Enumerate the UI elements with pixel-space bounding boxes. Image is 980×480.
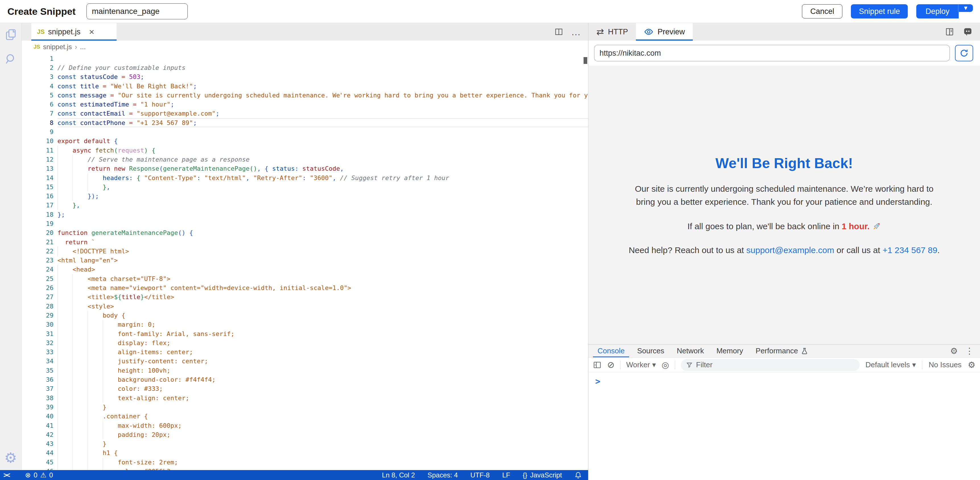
tab-preview[interactable]: Preview <box>636 23 693 41</box>
code-line-36[interactable]: 36 background-color: #f4f4f4; <box>22 375 588 384</box>
code-line-27[interactable]: 27 <title>${title}</title> <box>22 293 588 302</box>
code-line-24[interactable]: 24 <head> <box>22 265 588 274</box>
code-line-17[interactable]: 17 }, <box>22 201 588 210</box>
code-line-38[interactable]: 38 text-align: center; <box>22 393 588 402</box>
encoding-setting[interactable]: UTF-8 <box>470 471 490 479</box>
refresh-button[interactable] <box>955 45 973 61</box>
code-line-45[interactable]: 45 font-size: 2rem; <box>22 458 588 467</box>
problems-indicator[interactable]: ⊗ 0 ⚠ 0 <box>25 471 53 479</box>
code-line-3[interactable]: 3const statusCode = 503; <box>22 73 588 81</box>
devtools-settings-gear-icon[interactable]: ⚙ <box>950 347 958 355</box>
rocket-icon <box>872 222 881 231</box>
deploy-dropdown-button[interactable]: ▼ <box>958 4 973 12</box>
code-line-39[interactable]: 39 } <box>22 402 588 412</box>
devtools-tab-sources[interactable]: Sources <box>631 345 670 357</box>
code-line-22[interactable]: 22 <!DOCTYPE html> <box>22 247 588 256</box>
editor-statusbar: >< ⊗ 0 ⚠ 0 Ln 8, Col 2 Spaces: 4 UTF-8 L… <box>0 470 588 480</box>
devtools-tab-console[interactable]: Console <box>591 345 631 357</box>
line-number: 1 <box>22 55 54 62</box>
console-prompt[interactable]: > <box>595 376 600 386</box>
issues-counter[interactable]: No Issues <box>929 360 961 369</box>
notifications-bell-icon[interactable] <box>574 472 582 479</box>
code-line-1[interactable]: 1 <box>22 54 588 63</box>
statusbar-right: Ln 8, Col 2 Spaces: 4 UTF-8 LF {} JavaSc… <box>382 471 588 479</box>
code-line-41[interactable]: 41 max-width: 600px; <box>22 421 588 430</box>
log-levels-dropdown[interactable]: Default levels ▾ <box>865 360 916 369</box>
code-line-9[interactable]: 9 <box>22 127 588 136</box>
code-line-29[interactable]: 29 body { <box>22 311 588 320</box>
code-line-19[interactable]: 19 <box>22 219 588 228</box>
code-line-16[interactable]: 16 }); <box>22 192 588 201</box>
clear-console-icon[interactable]: ⊘ <box>607 360 614 369</box>
phone-link[interactable]: +1 234 567 89 <box>883 246 937 255</box>
indentation-setting[interactable]: Spaces: 4 <box>428 471 458 479</box>
console-sidebar-toggle-icon[interactable] <box>593 361 601 369</box>
code-line-18[interactable]: 18}; <box>22 210 588 219</box>
docs-book-icon[interactable] <box>945 27 955 36</box>
line-number: 38 <box>22 394 54 402</box>
live-expression-eye-icon[interactable]: ◎ <box>662 361 669 369</box>
breadcrumb-more[interactable]: ... <box>80 43 86 51</box>
close-tab-icon[interactable]: × <box>89 27 94 36</box>
devtools-tab-memory[interactable]: Memory <box>710 345 749 357</box>
console-output[interactable]: > <box>589 372 980 480</box>
code-line-25[interactable]: 25 <meta charset="UTF-8"> <box>22 274 588 283</box>
language-mode[interactable]: {} JavaScript <box>523 471 562 479</box>
code-line-14[interactable]: 14 headers: { "Content-Type": "text/html… <box>22 173 588 182</box>
code-line-21[interactable]: 21 return ` <box>22 238 588 247</box>
code-line-31[interactable]: 31 font-family: Arial, sans-serif; <box>22 329 588 338</box>
code-line-4[interactable]: 4const title = "We'll Be Right Back!"; <box>22 81 588 90</box>
split-editor-icon[interactable] <box>555 27 563 36</box>
kebab-menu-icon[interactable]: ⋮ <box>965 347 974 355</box>
activity-bar: ⚙ <box>0 23 22 470</box>
code-line-15[interactable]: 15 }, <box>22 182 588 192</box>
code-line-30[interactable]: 30 margin: 0; <box>22 320 588 329</box>
code-line-11[interactable]: 11 async fetch(request) { <box>22 146 588 155</box>
discord-icon[interactable] <box>963 27 973 36</box>
code-line-12[interactable]: 12 // Serve the maintenance page as a re… <box>22 155 588 164</box>
snippet-name-input[interactable] <box>86 3 188 19</box>
support-email-link[interactable]: support@example.com <box>746 246 834 255</box>
code-line-6[interactable]: 6const estimatedTime = "1 hour"; <box>22 100 588 109</box>
code-line-28[interactable]: 28 <style> <box>22 302 588 311</box>
code-line-5[interactable]: 5const message = "Our site is currently … <box>22 90 588 100</box>
search-icon[interactable] <box>4 52 18 66</box>
eol-setting[interactable]: LF <box>502 471 510 479</box>
code-line-10[interactable]: 10export default { <box>22 136 588 146</box>
remote-indicator-icon[interactable]: >< <box>0 471 14 479</box>
files-icon[interactable] <box>4 28 18 41</box>
code-line-40[interactable]: 40 .container { <box>22 412 588 421</box>
more-actions-icon[interactable]: … <box>571 27 581 38</box>
cancel-button[interactable]: Cancel <box>802 4 842 19</box>
tab-http[interactable]: ⇄ HTTP <box>589 23 636 41</box>
devtools-tab-network[interactable]: Network <box>671 345 710 357</box>
devtools-tab-performance[interactable]: Performance <box>749 345 815 357</box>
code-line-26[interactable]: 26 <meta name="viewport" content="width=… <box>22 283 588 292</box>
code-line-33[interactable]: 33 align-items: center; <box>22 348 588 357</box>
code-line-13[interactable]: 13 return new Response(generateMaintenan… <box>22 164 588 173</box>
console-filter-input[interactable]: Filter <box>681 359 860 371</box>
cursor-position[interactable]: Ln 8, Col 2 <box>382 471 415 479</box>
code-line-37[interactable]: 37 color: #333; <box>22 384 588 393</box>
preview-url-input[interactable] <box>594 45 950 61</box>
code-line-7[interactable]: 7const contactEmail = "support@example.c… <box>22 109 588 118</box>
code-line-43[interactable]: 43 } <box>22 439 588 448</box>
code-editor[interactable]: 12// Define your customizable inputs3con… <box>22 53 588 470</box>
breadcrumb[interactable]: JS snippet.js › ... <box>22 41 588 53</box>
execution-context-dropdown[interactable]: Worker ▾ <box>626 360 656 369</box>
tab-snippet-js[interactable]: JS snippet.js × <box>31 23 116 41</box>
code-line-23[interactable]: 23<html lang="en"> <box>22 256 588 265</box>
snippet-rule-button[interactable]: Snippet rule <box>851 4 908 19</box>
code-line-46[interactable]: 46 color: #0056b3; <box>22 467 588 470</box>
code-line-20[interactable]: 20function generateMaintenancePage() { <box>22 228 588 238</box>
code-line-42[interactable]: 42 padding: 20px; <box>22 430 588 439</box>
deploy-button[interactable]: Deploy <box>916 4 958 19</box>
settings-gear-icon[interactable]: ⚙ <box>4 451 17 465</box>
code-line-35[interactable]: 35 height: 100vh; <box>22 366 588 375</box>
console-settings-gear-icon[interactable]: ⚙ <box>968 361 975 369</box>
code-line-8[interactable]: 8const contactPhone = "+1 234 567 89"; <box>22 118 588 127</box>
code-line-34[interactable]: 34 justify-content: center; <box>22 357 588 366</box>
code-line-32[interactable]: 32 display: flex; <box>22 338 588 347</box>
code-line-2[interactable]: 2// Define your customizable inputs <box>22 63 588 72</box>
code-line-44[interactable]: 44 h1 { <box>22 448 588 458</box>
